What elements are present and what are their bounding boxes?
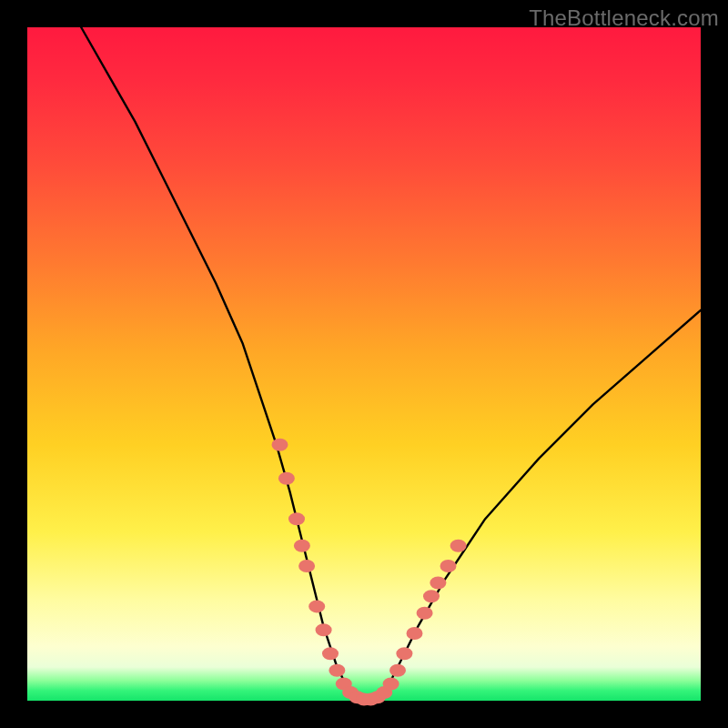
dot	[298, 560, 315, 572]
bottleneck-curve	[81, 27, 701, 700]
dot	[278, 472, 295, 485]
outer-frame: TheBottleneck.com	[0, 0, 728, 728]
highlight-dots	[272, 439, 467, 706]
dot	[430, 577, 446, 590]
chart-svg	[27, 27, 701, 701]
dot	[407, 627, 423, 640]
dot	[294, 540, 310, 552]
dot	[288, 512, 305, 525]
dot	[329, 664, 345, 677]
dot	[322, 647, 339, 660]
dot	[272, 439, 288, 451]
plot-area	[27, 27, 701, 701]
dot	[450, 540, 467, 552]
dot	[423, 590, 440, 602]
dot	[308, 600, 325, 612]
dot	[417, 607, 433, 620]
dot	[316, 623, 332, 636]
dot	[440, 560, 457, 572]
dot	[389, 664, 406, 677]
dot	[396, 647, 412, 660]
dot	[383, 678, 399, 691]
